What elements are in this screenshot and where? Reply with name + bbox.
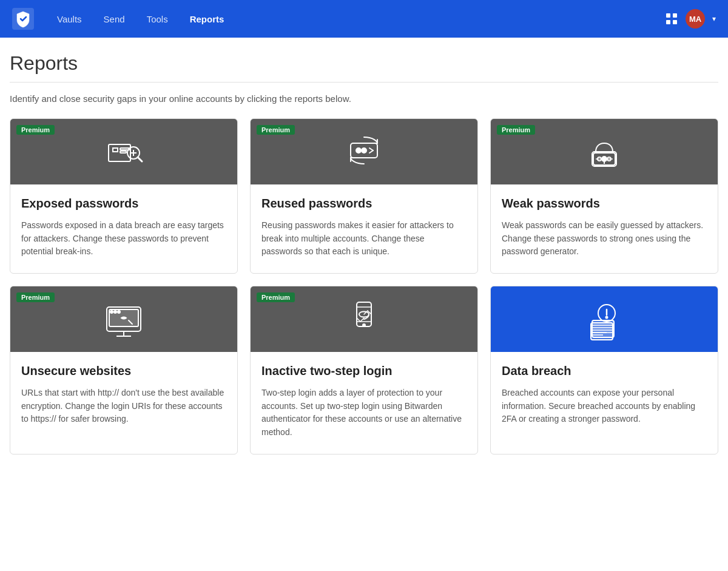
card-desc-weak-passwords: Weak passwords can be easily guessed by …	[502, 219, 707, 258]
nav-right: MA ▾	[665, 9, 716, 29]
main-content: Reports Identify and close security gaps…	[0, 38, 728, 474]
svg-rect-6	[113, 148, 118, 152]
svg-point-31	[114, 311, 116, 313]
nav-links: Vaults Send Tools Reports	[49, 9, 665, 29]
card-image-data-breach	[491, 286, 718, 352]
card-icon-breach	[580, 294, 629, 345]
premium-badge: Premium	[497, 125, 535, 135]
nav-send[interactable]: Send	[95, 9, 133, 29]
svg-rect-1	[666, 13, 670, 18]
card-reused-passwords[interactable]: Premium Reused passwords Reusing passwor…	[250, 118, 478, 274]
card-body-data-breach: Data breach Breached accounts can expose…	[491, 352, 718, 441]
card-body-unsecure-websites: Unsecure websites URLs that start with h…	[10, 352, 237, 441]
card-desc-inactive-two-step: Two-step login adds a layer of protectio…	[261, 387, 467, 439]
card-title-weak-passwords: Weak passwords	[502, 197, 707, 211]
card-title-data-breach: Data breach	[502, 364, 707, 378]
card-desc-data-breach: Breached accounts can expose your person…	[502, 387, 707, 426]
card-title-reused-passwords: Reused passwords	[261, 197, 467, 211]
card-icon-twostep	[340, 294, 388, 345]
card-body-exposed-passwords: Exposed passwords Passwords exposed in a…	[10, 184, 237, 273]
card-inactive-two-step[interactable]: Premium Inactive two-step login Two-step…	[250, 286, 478, 454]
svg-rect-3	[666, 20, 670, 24]
svg-line-10	[138, 157, 142, 161]
page-title: Reports	[10, 52, 718, 75]
svg-line-17	[369, 150, 373, 153]
nav-vaults[interactable]: Vaults	[49, 9, 90, 29]
svg-point-14	[356, 148, 361, 153]
card-exposed-passwords[interactable]: Premium Exposed passwords Passwords expo…	[10, 118, 238, 274]
svg-rect-47	[591, 323, 613, 340]
card-body-inactive-two-step: Inactive two-step login Two-step login a…	[251, 352, 477, 454]
premium-badge: Premium	[257, 125, 295, 135]
avatar[interactable]: MA	[686, 9, 705, 29]
logo[interactable]	[12, 8, 34, 30]
svg-point-39	[363, 324, 365, 326]
premium-badge: Premium	[16, 125, 55, 135]
nav-tools[interactable]: Tools	[138, 9, 177, 29]
divider	[10, 82, 718, 83]
navbar: Vaults Send Tools Reports MA ▾	[0, 0, 728, 38]
card-icon-reused	[340, 126, 388, 177]
nav-reports[interactable]: Reports	[181, 9, 233, 29]
svg-point-42	[606, 317, 608, 319]
page-subtitle: Identify and close security gaps in your…	[10, 93, 718, 104]
chevron-down-icon[interactable]: ▾	[712, 15, 716, 23]
card-body-weak-passwords: Weak passwords Weak passwords can be eas…	[491, 184, 718, 273]
svg-rect-2	[673, 13, 677, 18]
svg-point-15	[362, 148, 366, 153]
card-image-unsecure-websites: Premium	[10, 286, 237, 352]
card-title-exposed-passwords: Exposed passwords	[21, 197, 226, 211]
svg-rect-4	[673, 20, 677, 24]
card-desc-exposed-passwords: Passwords exposed in a data breach are e…	[21, 219, 226, 258]
card-image-inactive-two-step: Premium	[251, 286, 477, 352]
card-icon-weak	[580, 126, 629, 177]
card-desc-reused-passwords: Reusing passwords makes it easier for at…	[261, 219, 467, 258]
card-data-breach[interactable]: Data breach Breached accounts can expose…	[490, 286, 718, 454]
grid-icon[interactable]	[665, 12, 678, 25]
premium-badge: Premium	[16, 292, 55, 302]
card-title-unsecure-websites: Unsecure websites	[21, 364, 226, 378]
card-image-weak-passwords: Premium	[491, 119, 718, 184]
card-image-exposed-passwords: Premium	[10, 119, 237, 184]
card-icon-unsecure	[99, 294, 148, 345]
svg-point-32	[118, 311, 120, 313]
card-image-reused-passwords: Premium	[251, 119, 477, 184]
premium-badge: Premium	[257, 292, 295, 302]
card-icon-exposed	[99, 126, 148, 177]
card-unsecure-websites[interactable]: Premium Unsecure websites URLs that star…	[10, 286, 238, 454]
svg-point-30	[110, 311, 113, 313]
card-body-reused-passwords: Reused passwords Reusing passwords makes…	[251, 184, 477, 273]
card-desc-unsecure-websites: URLs that start with http:// don't use t…	[21, 387, 226, 426]
cards-grid: Premium Exposed passwords Passwords expo…	[10, 118, 718, 454]
card-title-inactive-two-step: Inactive two-step login	[261, 364, 467, 378]
card-weak-passwords[interactable]: Premium Weak passwords Weak passwords ca…	[490, 118, 718, 274]
svg-rect-8	[120, 151, 126, 153]
